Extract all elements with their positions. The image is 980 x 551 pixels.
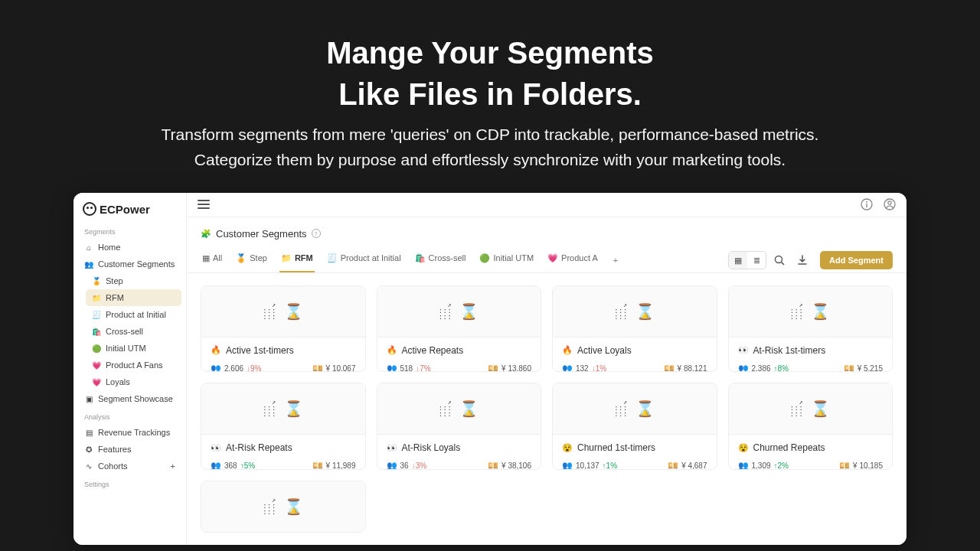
segment-name: Active 1st-timers — [226, 345, 294, 356]
sidebar-item-features[interactable]: ✪ Features — [78, 441, 181, 458]
tab-all[interactable]: ▦All — [201, 249, 224, 272]
sidebar-folder-rfm[interactable]: 📁RFM — [86, 289, 181, 306]
segment-name: Churned Repeats — [753, 442, 825, 453]
tab-product-initial[interactable]: 🧾Product at Initial — [325, 249, 403, 272]
view-toggle — [728, 251, 766, 269]
people-icon: 👥 — [387, 364, 397, 373]
card-title: 🔥Active Repeats — [387, 345, 532, 356]
card-body: 👀At-Risk Loyals👥36↓3%💴¥ 38,106 — [377, 434, 541, 470]
card-body: 👀At-Risk 1st-timers👥2,386↑8%💴¥ 5,215 — [729, 337, 893, 373]
hourglass-icon: ⌛ — [635, 302, 655, 321]
pattern-icon: ↗ ::: ::: — [615, 399, 628, 418]
tab-initial-utm[interactable]: 🟢Initial UTM — [478, 249, 535, 272]
revenue-stat: 💴¥ 4,687 — [668, 461, 707, 470]
hourglass-icon: ⌛ — [635, 399, 655, 418]
people-count: 2,386 — [752, 364, 771, 373]
people-stat: 👥36↓3% — [387, 461, 427, 470]
sidebar-folder-step[interactable]: 🏅Step — [86, 272, 181, 289]
sidebar-item-revenue-trackings[interactable]: ▤ Revenue Trackings — [78, 424, 181, 441]
sidebar-item-label: RFM — [106, 293, 124, 302]
sidebar-folder-product-a-fans[interactable]: 💗Product A Fans — [86, 357, 181, 373]
sidebar-folder-loyals[interactable]: 💗Loyals — [86, 373, 181, 390]
grid-view-button[interactable] — [729, 252, 747, 269]
topbar — [187, 193, 906, 217]
card-title: 😵Churned 1st-timers — [562, 442, 707, 453]
search-button[interactable] — [769, 252, 789, 269]
info-icon[interactable] — [861, 198, 873, 210]
segment-card[interactable]: ↗ ::: :::⌛😵Churned 1st-timers👥10,137↑1%💴… — [552, 383, 717, 470]
tab-label: All — [213, 253, 222, 262]
segment-card[interactable]: ↗ ::: :::⌛🔥Active Loyals👥132↓1%💴¥ 88,121 — [552, 285, 717, 373]
delta-value: ↑8% — [774, 364, 789, 373]
status-emoji-icon: 😵 — [562, 443, 573, 453]
sidebar-item-label: Product A Fans — [106, 360, 163, 370]
revenue-value: ¥ 10,067 — [326, 364, 356, 373]
folder-icon: 🟢 — [92, 344, 101, 353]
people-icon: 👥 — [211, 364, 221, 373]
add-folder-button[interactable]: + — [610, 253, 621, 268]
sidebar-folder-list: 🏅Step 📁RFM 🧾Product at Initial 🛍️Cross-s… — [78, 272, 181, 390]
revenue-stat: 💴¥ 38,106 — [488, 461, 531, 470]
tab-label: Initial UTM — [493, 253, 534, 262]
add-segment-button[interactable]: Add Segment — [820, 251, 893, 269]
sidebar-toggle-button[interactable] — [198, 200, 210, 209]
status-emoji-icon: 👀 — [387, 443, 397, 453]
segment-card[interactable]: ↗ ::: :::⌛👀At-Risk Repeats👥368↑5%💴¥ 11,9… — [201, 383, 366, 470]
folder-icon: 🛍️ — [92, 328, 101, 336]
pattern-icon: ↗ ::: ::: — [615, 302, 628, 321]
segment-card[interactable]: ↗ ::: :::⌛👀At-Risk 1st-timers👥2,386↑8%💴¥… — [728, 285, 893, 373]
tab-icon: 📁 — [281, 253, 292, 263]
segment-card[interactable]: ↗ ::: :::⌛😵Churned Repeats👥1,309↑2%💴¥ 10… — [728, 383, 893, 470]
revenue-value: ¥ 4,687 — [681, 461, 707, 470]
sidebar-item-segment-showcase[interactable]: ▣ Segment Showcase — [78, 390, 181, 407]
revenue-value: ¥ 13,860 — [501, 364, 531, 373]
segment-card[interactable]: ↗ ::: :::⌛👀At-Risk Loyals👥36↓3%💴¥ 38,106 — [377, 383, 542, 470]
sidebar-item-home[interactable]: ⌂ Home — [78, 239, 181, 256]
hourglass-icon: ⌛ — [284, 302, 303, 321]
revenue-icon: 💴 — [488, 364, 498, 373]
card-thumbnail: ↗ ::: :::⌛ — [729, 286, 893, 337]
list-view-button[interactable] — [747, 252, 766, 269]
people-icon: 👥 — [738, 364, 749, 373]
revenue-stat: 💴¥ 88,121 — [664, 364, 707, 373]
account-icon[interactable] — [884, 198, 896, 210]
tab-rfm[interactable]: 📁RFM — [279, 249, 315, 272]
sidebar-folder-initial-utm[interactable]: 🟢Initial UTM — [86, 340, 181, 357]
segment-card-grid: ↗ ::: :::⌛🔥Active 1st-timers👥2,606↓9%💴¥ … — [187, 273, 906, 545]
breadcrumb-label: Customer Segments — [216, 228, 307, 240]
pattern-icon: ↗ ::: ::: — [263, 399, 276, 418]
tab-cross-sell[interactable]: 🛍️Cross-sell — [413, 249, 468, 272]
hourglass-icon: ⌛ — [459, 302, 479, 321]
add-cohort-icon[interactable]: + — [171, 461, 175, 471]
badge-icon: ✪ — [84, 445, 93, 454]
sidebar-folder-cross-sell[interactable]: 🛍️Cross-sell — [86, 323, 181, 340]
download-button[interactable] — [792, 252, 812, 269]
revenue-value: ¥ 88,121 — [678, 364, 707, 373]
brand-name: ECPower — [100, 203, 150, 216]
folder-icon: 📁 — [92, 294, 101, 302]
trend-icon: ∿ — [84, 462, 93, 471]
card-title: 🔥Active 1st-timers — [211, 345, 356, 356]
tab-icon: 💗 — [547, 253, 558, 263]
revenue-stat: 💴¥ 10,185 — [839, 461, 883, 470]
card-title: 🔥Active Loyals — [562, 345, 707, 356]
people-count: 132 — [576, 364, 589, 373]
download-icon — [797, 255, 808, 266]
sidebar-folder-product-initial[interactable]: 🧾Product at Initial — [86, 306, 181, 323]
segment-card[interactable]: ↗ ::: :::⌛ — [201, 481, 366, 533]
help-icon[interactable]: ? — [312, 229, 321, 238]
sidebar-item-label: Features — [98, 445, 131, 454]
status-emoji-icon: 👀 — [211, 443, 221, 453]
sidebar-item-cohorts[interactable]: ∿Cohorts + — [78, 458, 181, 474]
people-icon: 👥 — [387, 461, 397, 470]
segment-card[interactable]: ↗ ::: :::⌛🔥Active Repeats👥518↓7%💴¥ 13,86… — [377, 285, 542, 373]
people-stat: 👥132↓1% — [562, 364, 606, 373]
people-stat: 👥10,137↑1% — [562, 461, 617, 470]
tab-product-a[interactable]: 💗Product A — [546, 249, 599, 272]
sidebar-item-customer-segments[interactable]: 👥 Customer Segments — [78, 256, 181, 272]
tab-step[interactable]: 🏅Step — [234, 249, 269, 272]
people-stat: 👥368↑5% — [211, 461, 255, 470]
segment-card[interactable]: ↗ ::: :::⌛🔥Active 1st-timers👥2,606↓9%💴¥ … — [201, 285, 366, 373]
brand-logo[interactable]: ECPower — [78, 202, 181, 222]
card-stats: 👥1,309↑2%💴¥ 10,185 — [738, 461, 884, 470]
